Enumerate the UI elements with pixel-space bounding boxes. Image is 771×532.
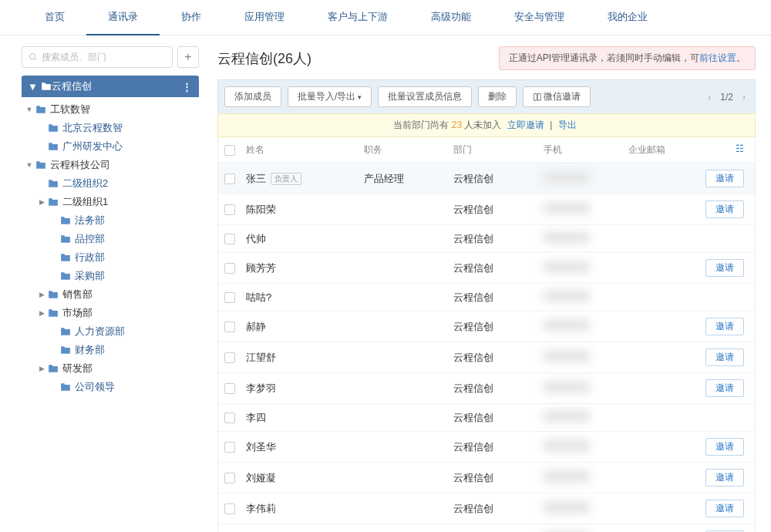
next-page-icon[interactable]: › (739, 92, 749, 103)
tree-node[interactable]: ▼工软数智 (22, 100, 199, 119)
member-dept: 云程信创 (449, 404, 539, 432)
tree-node[interactable]: 北京云程数智 (22, 119, 199, 137)
delete-button[interactable]: 删除 (478, 86, 517, 107)
topnav-item[interactable]: 协作 (160, 0, 223, 35)
tree-root[interactable]: ▼ 云程信创 ⋮ (22, 76, 199, 97)
row-checkbox[interactable] (224, 412, 235, 423)
row-checkbox[interactable] (224, 204, 235, 215)
batch-set-button[interactable]: 批量设置成员信息 (378, 86, 472, 107)
invite-button[interactable]: 邀请 (705, 379, 744, 397)
member-position: 产品经理 (359, 163, 449, 194)
col-dept[interactable]: 部门 (449, 137, 539, 163)
row-checkbox[interactable] (224, 383, 235, 394)
tree-node[interactable]: ▶研发部 (22, 359, 199, 378)
tree-node[interactable]: ▶销售部 (22, 285, 199, 304)
invite-button[interactable]: 邀请 (705, 200, 744, 218)
topnav-item[interactable]: 客户与上下游 (306, 0, 409, 35)
table-row[interactable]: 代帅云程信创 (218, 225, 755, 253)
table-row[interactable]: 顾芳芳云程信创邀请 (218, 253, 755, 284)
topnav-item[interactable]: 通讯录 (86, 0, 160, 35)
tree-node[interactable]: 公司领导 (22, 378, 199, 396)
topnav-item[interactable]: 安全与管理 (493, 0, 586, 35)
select-all-checkbox[interactable] (224, 145, 235, 156)
add-member-button[interactable]: 添加成员 (224, 86, 281, 107)
table-row[interactable]: 刘圣华云程信创邀请 (218, 432, 755, 463)
member-position (359, 404, 449, 432)
svg-line-1 (35, 59, 37, 61)
invite-button[interactable]: 邀请 (705, 438, 744, 456)
tree-node[interactable]: 行政部 (22, 248, 199, 267)
pager-text: 1/2 (720, 92, 733, 103)
row-checkbox[interactable] (224, 322, 235, 332)
col-position[interactable]: 职务 (359, 137, 449, 163)
content: 云程信创(26人) 正通过API管理通讯录，若须同时手动编辑，可前往设置。 添加… (207, 35, 771, 532)
tree-node-label: 云程科技公司 (50, 158, 110, 172)
topnav-item[interactable]: 我的企业 (586, 0, 669, 35)
member-name: 刘圣华 (246, 440, 276, 454)
member-dept: 云程信创 (449, 463, 539, 493)
tree-node[interactable]: 广州研发中心 (22, 137, 199, 156)
table-row[interactable]: 咕咕?云程信创 (218, 284, 755, 311)
invite-button[interactable]: 邀请 (705, 170, 744, 187)
tree-node[interactable]: 二级组织2 (22, 174, 199, 193)
column-settings-icon[interactable]: ☷ (736, 143, 750, 154)
tree-node[interactable]: 财务部 (22, 341, 199, 359)
col-phone[interactable]: 手机 (539, 137, 624, 163)
member-position (359, 432, 449, 463)
col-email[interactable]: 企业邮箱 (628, 144, 665, 155)
row-checkbox[interactable] (224, 442, 235, 453)
table-row[interactable]: 陆语婷云程信创邀请 (218, 524, 755, 533)
invite-now-link[interactable]: 立即邀请 (507, 120, 544, 130)
table-row[interactable]: 陈阳荣云程信创邀请 (218, 194, 755, 225)
invite-button[interactable]: 邀请 (705, 259, 744, 277)
prev-page-icon[interactable]: ‹ (705, 92, 714, 103)
row-checkbox[interactable] (224, 503, 235, 514)
invite-button[interactable]: 邀请 (705, 318, 744, 335)
tree-node[interactable]: ▼云程科技公司 (22, 156, 199, 174)
table-row[interactable]: 江望舒云程信创邀请 (218, 342, 755, 373)
row-checkbox[interactable] (224, 473, 235, 483)
table-row[interactable]: 李四云程信创 (218, 404, 755, 432)
topnav-item[interactable]: 应用管理 (223, 0, 306, 35)
topnav-item[interactable]: 首页 (23, 0, 86, 35)
invite-button[interactable]: 邀请 (705, 348, 744, 366)
export-link[interactable]: 导出 (558, 120, 577, 130)
caret-icon: ▼ (25, 106, 34, 113)
table-row[interactable]: 李梦羽云程信创邀请 (218, 373, 755, 404)
search-input[interactable] (42, 52, 166, 62)
member-phone-blurred (544, 439, 590, 452)
table-row[interactable]: 李伟莉云程信创邀请 (218, 493, 755, 524)
tree-node-label: 品控部 (75, 232, 105, 246)
row-checkbox[interactable] (224, 234, 235, 244)
tree-node[interactable]: ▶市场部 (22, 304, 199, 322)
api-notice: 正通过API管理通讯录，若须同时手动编辑，可前往设置。 (499, 46, 756, 70)
more-icon[interactable]: ⋮ (182, 81, 193, 93)
tree-node[interactable]: 采购部 (22, 267, 199, 285)
tree-node[interactable]: 法务部 (22, 211, 199, 230)
search-input-wrap[interactable] (22, 46, 173, 68)
api-notice-link[interactable]: 前往设置 (699, 52, 736, 63)
row-checkbox[interactable] (224, 173, 235, 184)
table-row[interactable]: 张三负责人产品经理云程信创邀请 (218, 163, 755, 194)
table-row[interactable]: 郝静云程信创邀请 (218, 311, 755, 342)
member-name: 陈阳荣 (246, 203, 276, 217)
row-checkbox[interactable] (224, 292, 235, 303)
row-checkbox[interactable] (224, 352, 235, 363)
tree-node[interactable]: ▶二级组织1 (22, 193, 199, 211)
member-dept: 云程信创 (449, 163, 539, 194)
batch-import-button[interactable]: 批量导入/导出 (288, 86, 372, 107)
wechat-invite-button[interactable]: ▯▯微信邀请 (523, 86, 591, 107)
tree-node[interactable]: 品控部 (22, 230, 199, 248)
col-name[interactable]: 姓名 (241, 137, 359, 163)
add-button[interactable]: + (177, 46, 199, 68)
invite-button[interactable]: 邀请 (705, 500, 744, 517)
tree-node[interactable]: 人力资源部 (22, 322, 199, 341)
invite-button[interactable]: 邀请 (705, 469, 744, 487)
topnav-item[interactable]: 高级功能 (409, 0, 493, 35)
folder-icon (35, 160, 46, 170)
caret-icon: ▶ (37, 365, 46, 372)
table-row[interactable]: 刘娅凝云程信创邀请 (218, 463, 755, 493)
row-checkbox[interactable] (224, 263, 235, 274)
member-position (359, 373, 449, 404)
member-dept: 云程信创 (449, 432, 539, 463)
